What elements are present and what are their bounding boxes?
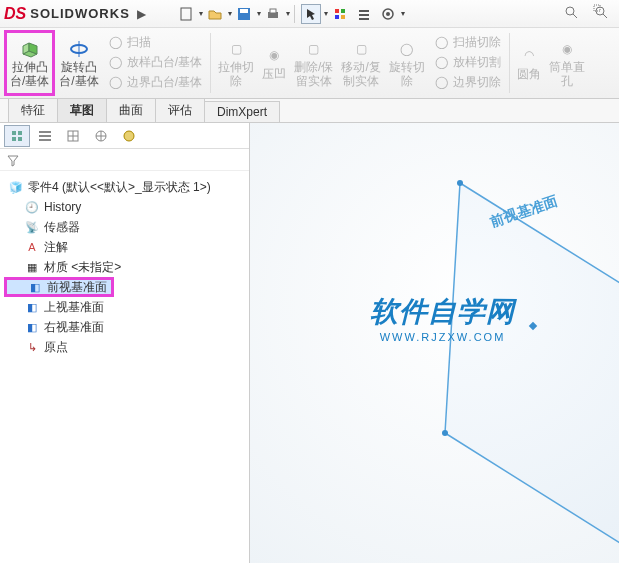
plane-outline — [250, 123, 619, 563]
tree-material[interactable]: ▦材质 <未指定> — [4, 257, 245, 277]
loft-cut-button: ◯放样切割 — [429, 53, 506, 73]
svg-point-13 — [386, 12, 390, 16]
svg-rect-8 — [341, 15, 345, 19]
move-copy-icon: ▢ — [350, 38, 372, 60]
boundary-icon: ◯ — [108, 75, 124, 91]
graphics-viewport[interactable]: 前视基准面 软件自学网 WWW.RJZXW.COM — [250, 123, 619, 563]
config-tab[interactable] — [60, 125, 86, 147]
appearance-tab[interactable] — [116, 125, 142, 147]
loft-cut-icon: ◯ — [434, 55, 450, 71]
save-icon[interactable] — [234, 4, 254, 24]
ribbon-toolbar: 拉伸凸 台/基体 旋转凸 台/基体 ◯扫描 ◯放样凸台/基体 ◯边界凸台/基体 … — [0, 28, 619, 99]
new-file-icon[interactable] — [176, 4, 196, 24]
plane-icon: ◧ — [27, 279, 43, 295]
revolve-boss-button[interactable]: 旋转凸 台/基体 — [55, 30, 102, 96]
svg-point-15 — [566, 7, 574, 15]
tree-right-plane[interactable]: ◧右视基准面 — [4, 317, 245, 337]
sweep-icon: ◯ — [108, 35, 124, 51]
extrude-cut-button: ▢拉伸切 除 — [214, 30, 258, 96]
svg-rect-19 — [39, 135, 51, 137]
svg-rect-11 — [359, 18, 369, 20]
history-icon: 🕘 — [24, 199, 40, 215]
tree-front-plane[interactable]: ◧前视基准面 — [4, 277, 114, 297]
delete-keep-button: ▢删除/保 留实体 — [290, 30, 337, 96]
open-file-icon[interactable] — [205, 4, 225, 24]
delete-keep-icon: ▢ — [303, 38, 325, 60]
watermark-title: 软件自学网 — [370, 293, 515, 331]
svg-rect-18 — [39, 131, 51, 133]
svg-rect-0 — [181, 8, 191, 20]
watermark: 软件自学网 WWW.RJZXW.COM — [370, 293, 515, 343]
tree-root[interactable]: 🧊 零件4 (默认<<默认>_显示状态 1>) — [4, 177, 245, 197]
move-copy-button: ▢移动/复 制实体 — [337, 30, 384, 96]
plane-icon: ◧ — [24, 299, 40, 315]
loft-button: ◯放样凸台/基体 — [103, 53, 207, 73]
sweep-button: ◯扫描 — [103, 33, 207, 53]
zoom-area-icon[interactable] — [591, 2, 611, 22]
revolve-label: 旋转凸 台/基体 — [59, 61, 98, 87]
material-icon: ▦ — [24, 259, 40, 275]
feature-tree: 🧊 零件4 (默认<<默认>_显示状态 1>) 🕘History 📡传感器 A注… — [0, 171, 249, 363]
app-title: SOLIDWORKS — [30, 6, 130, 21]
annotation-icon: A — [24, 239, 40, 255]
extrude-label: 拉伸凸 台/基体 — [10, 61, 49, 87]
svg-rect-7 — [335, 15, 339, 19]
tab-dimxpert[interactable]: DimXpert — [204, 101, 280, 122]
hole-icon: ◉ — [263, 45, 285, 67]
title-bar: DS SOLIDWORKS ▶ ▾ ▾ ▾ ▾ ▾ ▾ — [0, 0, 619, 28]
tab-evaluate[interactable]: 评估 — [155, 98, 205, 122]
svg-rect-2 — [240, 9, 248, 13]
origin-icon: ↳ — [24, 339, 40, 355]
svg-rect-5 — [335, 9, 339, 13]
tree-annotations[interactable]: A注解 — [4, 237, 245, 257]
print-icon[interactable] — [263, 4, 283, 24]
watermark-url: WWW.RJZXW.COM — [370, 331, 515, 343]
tree-top-plane[interactable]: ◧上视基准面 — [4, 297, 245, 317]
dimxpert-tab[interactable] — [88, 125, 114, 147]
svg-rect-20 — [39, 139, 51, 141]
hole-button: ◉压凹 — [258, 30, 290, 96]
feature-tree-tab[interactable] — [4, 125, 30, 147]
sweep-cut-icon: ◯ — [434, 35, 450, 51]
ribbon-separator — [509, 33, 510, 93]
tree-sensor[interactable]: 📡传感器 — [4, 217, 245, 237]
svg-point-23 — [124, 131, 134, 141]
revolve-cut-button: ◯旋转切 除 — [385, 30, 429, 96]
plane-icon: ◧ — [24, 319, 40, 335]
revolve-cut-icon: ◯ — [396, 38, 418, 60]
boundary-button: ◯边界凸台/基体 — [103, 73, 207, 93]
sensor-icon: 📡 — [24, 219, 40, 235]
panel-tab-strip — [0, 123, 249, 149]
rebuild-icon[interactable] — [330, 4, 350, 24]
svg-rect-4 — [270, 9, 276, 13]
boundary-cut-icon: ◯ — [434, 75, 450, 91]
zoom-fit-icon[interactable] — [561, 2, 581, 22]
svg-rect-10 — [359, 14, 369, 16]
extrude-boss-button[interactable]: 拉伸凸 台/基体 — [4, 30, 55, 96]
tree-origin[interactable]: ↳原点 — [4, 337, 245, 357]
property-tab[interactable] — [32, 125, 58, 147]
tab-features[interactable]: 特征 — [8, 98, 58, 122]
solidworks-logo-icon: DS — [4, 5, 26, 23]
extrude-icon — [19, 38, 41, 60]
simple-hole-icon: ◉ — [556, 38, 578, 60]
tab-sketch[interactable]: 草图 — [57, 98, 107, 122]
filter-row[interactable] — [0, 149, 249, 171]
ribbon-tabs: 特征 草图 曲面 评估 DimXpert — [0, 99, 619, 123]
boundary-cut-button: ◯边界切除 — [429, 73, 506, 93]
fillet-icon: ◠ — [518, 45, 540, 67]
sweep-cut-button: ◯扫描切除 — [429, 33, 506, 53]
feature-manager-panel: 🧊 零件4 (默认<<默认>_显示状态 1>) 🕘History 📡传感器 A注… — [0, 123, 250, 563]
loft-icon: ◯ — [108, 55, 124, 71]
options-icon[interactable] — [354, 4, 374, 24]
tree-history[interactable]: 🕘History — [4, 197, 245, 217]
settings-gear-icon[interactable] — [378, 4, 398, 24]
cursor-icon[interactable] — [301, 4, 321, 24]
part-icon: 🧊 — [8, 179, 24, 195]
simple-hole-button: ◉筒单直 孔 — [545, 30, 589, 96]
tree-root-label: 零件4 (默认<<默认>_显示状态 1>) — [28, 179, 211, 196]
svg-rect-6 — [341, 9, 345, 13]
tab-surface[interactable]: 曲面 — [106, 98, 156, 122]
filter-icon — [6, 153, 20, 167]
expand-icon[interactable]: ▶ — [132, 4, 152, 24]
